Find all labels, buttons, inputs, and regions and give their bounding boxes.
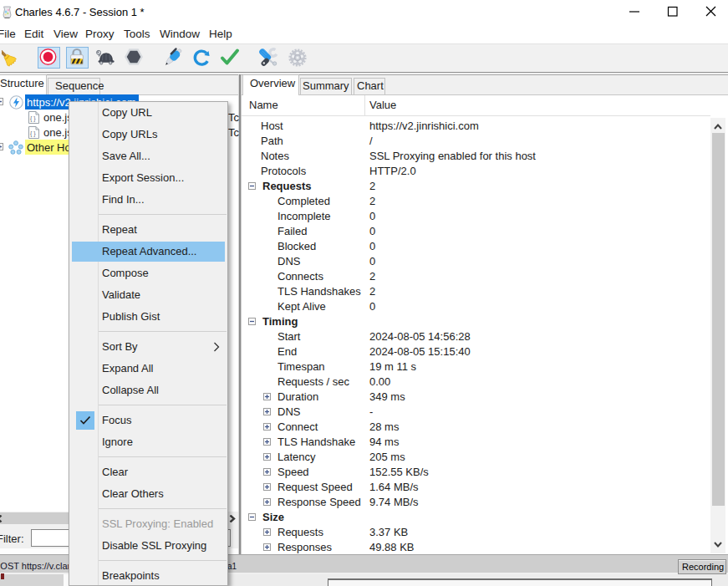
svg-text:{ }: { }: [30, 130, 36, 137]
svg-text:{ }: { }: [30, 115, 36, 122]
